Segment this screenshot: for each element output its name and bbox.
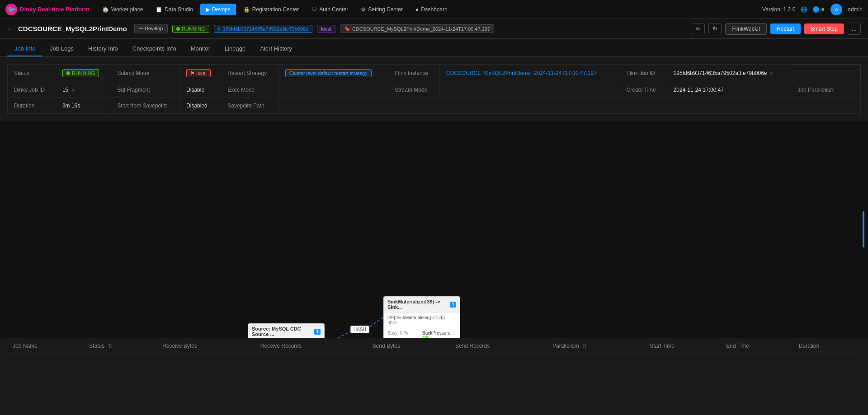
refresh-icon-button[interactable]: ↻ [708,23,722,34]
sort-icon-status: ⇅ [108,343,113,349]
table-row: Status RUNNING Submit Mode ⚑ local Resta… [8,65,861,82]
col-end-time[interactable]: End Time [721,338,793,354]
sql-fragment-label: Sql Fragment [111,82,180,98]
sink1-bp-val: OK [422,336,429,338]
job-title: CDCSOURCE_MySQL2PrintDemo [18,25,127,33]
table-row: Duration 3m 16s Start from Savepoint Dis… [8,98,861,114]
col-job-name-text: Job Name [13,343,38,349]
user-status-area [813,6,825,13]
flink-webui-button[interactable]: FlinkWebUI [725,23,767,35]
sql-fragment-value: Disable [180,82,221,98]
col-start-time[interactable]: Start Time [644,338,721,354]
tab-checkpoints-info[interactable]: Checkpoints Info [125,42,184,56]
flink-instance-label: Flink Instance [388,65,440,82]
nav-item-devops[interactable]: ▶ Devops [200,4,236,15]
tab-job-info[interactable]: Job Info [7,42,42,56]
status-circle [813,6,819,13]
copy-icon: ⎘ [218,26,221,32]
col-duration-text: Duration [799,343,819,349]
source-node-badge: 1 [314,329,321,335]
sink1-node-body: [39]:SinkMaterializer(pk=[id])<br>... [384,312,460,328]
home-icon: 🏠 [102,6,109,13]
tab-monitor[interactable]: Monitor [184,42,217,56]
avatar: A [830,4,842,15]
dinky-job-id-label: Dinky Job ID [8,82,56,98]
duration-value: 3m 16s [56,98,111,114]
nav-item-data[interactable]: 📋 Data Studio [150,4,198,15]
nav-label-dashboard: Dashboard [421,6,448,13]
col-receive-bytes[interactable]: Receive Bytes [157,338,255,354]
source-node-header: Source: MySQL CDC Source ... 1 [248,324,324,338]
running-badge: RUNNING [62,69,99,77]
col-send-records[interactable]: Send Records [450,338,547,354]
tab-alert-history[interactable]: Alert History [253,42,299,56]
create-time-value: 2024-11-24 17:00:47 [667,82,791,98]
col-duration[interactable]: Duration [793,338,861,354]
nav-item-setting[interactable]: ⚙ Setting Center [355,4,408,15]
bottom-table-area: Job Name Status ⇅ Receive Bytes Receive … [0,338,868,354]
tab-lineage[interactable]: Lineage [217,42,253,56]
col-parallelism[interactable]: Parallelism ⇅ [547,338,644,354]
smart-stop-button[interactable]: Smart Stop [804,23,844,34]
source-node-title: Source: MySQL CDC Source ... [252,326,314,337]
nav-item-worker[interactable]: 🏠 Worker place [97,4,148,15]
job-parallelism-value [846,82,860,98]
col-receive-bytes-text: Receive Bytes [162,343,197,349]
env-badge: local [317,25,335,33]
status-text: RUNNING [182,26,205,32]
username: admin [848,6,863,13]
tabs-bar: Job Info Job Logs History Info Checkpoin… [0,39,868,57]
flink-instance-link[interactable]: CDCSOURCE_MySQL2PrintDemo_2024-11-24T17:… [446,70,597,76]
scroll-indicator [863,211,864,247]
version-text: Version: 1.2.0 [762,6,795,13]
tab-job-logs[interactable]: Job Logs [42,42,81,56]
submit-mode-label: Submit Mode [111,65,180,82]
col-status-text: Status [89,343,104,349]
nav-item-auth[interactable]: 🛡 Auth Center [306,4,354,15]
flink-instance-badge: 🔖 CDCSOURCE_MySQL2PrintDemo_2024-11-24T1… [340,24,494,33]
source-node[interactable]: Source: MySQL CDC Source ... 1 Source: M… [248,323,325,338]
col-receive-records-text: Receive Records [260,343,302,349]
data-icon: 📋 [156,6,162,13]
app-name: Dinky Real-time Platform [20,6,90,13]
lock-icon: 🔒 [243,6,250,13]
develop-button[interactable]: ✏ Develop [134,24,168,33]
nav-right-area: Version: 1.2.0 🌐 A admin [762,4,863,15]
stream-mode-value [439,82,620,98]
auth-icon: 🛡 [311,6,317,13]
sink1-node[interactable]: SinkMaterializer[39] -> Sink... 1 [39]:S… [383,296,460,338]
tab-history-info[interactable]: History Info [81,42,125,56]
stream-mode-label: Stream Mode [388,82,440,98]
savepoint-path-value: - [278,98,388,114]
col-job-name[interactable]: Job Name [7,338,84,354]
dashboard-icon: ● [415,6,419,13]
status-label: Status [8,65,56,82]
edit-icon-button[interactable]: ✏ [692,23,705,34]
more-button[interactable]: ... [848,23,861,35]
back-button[interactable]: ← [7,25,14,33]
nav-label-devops: Devops [212,6,231,13]
local-badge: ⚑ local [186,69,211,77]
nav-label-auth: Auth Center [319,6,348,13]
flink-job-id-text: 195fd6b93714635a79502a3fe79b006e [674,70,767,76]
top-navigation: 🐦 Dinky Real-time Platform 🏠 Worker plac… [0,0,868,19]
job-info-table: Status RUNNING Submit Mode ⚑ local Resta… [7,64,861,114]
nav-item-dashboard[interactable]: ● Dashboard [410,4,453,15]
nav-item-registration[interactable]: 🔒 Registration Center [238,4,304,15]
env-text: local [321,26,331,32]
dinky-job-id-text: 15 [62,87,68,93]
restart-button[interactable]: Restart [770,23,801,34]
sink1-node-header: SinkMaterializer[39] -> Sink... 1 [384,297,460,312]
col-send-bytes[interactable]: Send Bytes [367,338,450,354]
running-dot [176,27,180,31]
nav-label-registration: Registration Center [252,6,299,13]
dinky-job-id-copy-icon[interactable]: ⎘ [72,88,75,93]
start-from-savepoint-label: Start from Savepoint [111,98,180,114]
col-status[interactable]: Status ⇅ [84,338,157,354]
dinky-job-id-value: 15 ⎘ [56,82,111,98]
flink-instance-icon: 🔖 [344,26,350,32]
sink1-backpressure: BackPressure: OK [422,331,456,338]
col-receive-records[interactable]: Receive Records [255,338,367,354]
flink-job-id-copy-icon[interactable]: ⎘ [770,71,773,76]
globe-icon[interactable]: 🌐 [801,6,807,13]
